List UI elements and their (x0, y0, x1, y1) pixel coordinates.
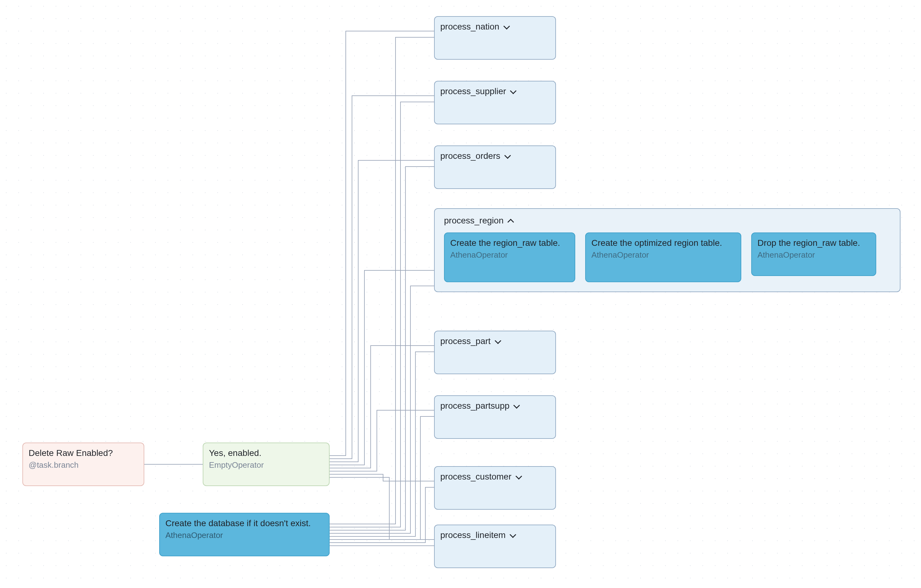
chevron-down-icon (504, 24, 509, 29)
node-title: Drop the region_raw table. (757, 237, 870, 249)
group-process-nation[interactable]: process_nation (434, 16, 556, 60)
group-title: process_lineitem (440, 530, 506, 540)
chevron-down-icon (510, 89, 516, 94)
group-process-lineitem[interactable]: process_lineitem (434, 525, 556, 568)
chevron-down-icon (495, 338, 501, 344)
node-title: Create the database if it doesn't exist. (165, 518, 323, 529)
group-title: process_partsupp (440, 401, 509, 411)
group-title: process_orders (440, 151, 500, 161)
group-title: process_supplier (440, 86, 506, 96)
group-process-region[interactable]: process_region Create the region_raw tab… (434, 208, 900, 292)
node-create-optimized-region[interactable]: Create the optimized region table. Athen… (585, 232, 741, 282)
chevron-down-icon (510, 532, 516, 538)
chevron-up-icon (508, 218, 513, 223)
group-process-customer[interactable]: process_customer (434, 466, 556, 510)
node-delete-raw-enabled[interactable]: Delete Raw Enabled? @task.branch (23, 443, 144, 486)
node-subtitle: AthenaOperator (591, 250, 735, 260)
group-process-supplier[interactable]: process_supplier (434, 81, 556, 124)
node-create-database[interactable]: Create the database if it doesn't exist.… (159, 513, 330, 556)
dag-canvas[interactable]: Delete Raw Enabled? @task.branch Yes, en… (0, 0, 921, 588)
node-title: Create the optimized region table. (591, 237, 735, 249)
node-title: Delete Raw Enabled? (29, 448, 138, 459)
node-title: Yes, enabled. (209, 448, 323, 459)
chevron-down-icon (504, 153, 510, 159)
node-subtitle: AthenaOperator (450, 250, 569, 260)
node-drop-region-raw[interactable]: Drop the region_raw table. AthenaOperato… (751, 232, 876, 276)
group-process-partsupp[interactable]: process_partsupp (434, 395, 556, 439)
group-title: process_nation (440, 22, 500, 31)
node-yes-enabled[interactable]: Yes, enabled. EmptyOperator (203, 443, 330, 486)
group-inner-row: Create the region_raw table. AthenaOpera… (444, 232, 890, 282)
group-title: process_region (444, 216, 503, 225)
node-subtitle: @task.branch (29, 460, 138, 471)
group-process-part[interactable]: process_part (434, 331, 556, 374)
group-title: process_customer (440, 472, 511, 481)
node-create-region-raw[interactable]: Create the region_raw table. AthenaOpera… (444, 232, 575, 282)
node-subtitle: AthenaOperator (165, 530, 323, 541)
chevron-down-icon (514, 403, 519, 409)
node-subtitle: EmptyOperator (209, 460, 323, 471)
node-subtitle: AthenaOperator (757, 250, 870, 260)
chevron-down-icon (516, 474, 521, 479)
group-title: process_part (440, 336, 491, 346)
group-title-row[interactable]: process_region (444, 216, 890, 226)
group-process-orders[interactable]: process_orders (434, 145, 556, 189)
node-title: Create the region_raw table. (450, 237, 569, 249)
